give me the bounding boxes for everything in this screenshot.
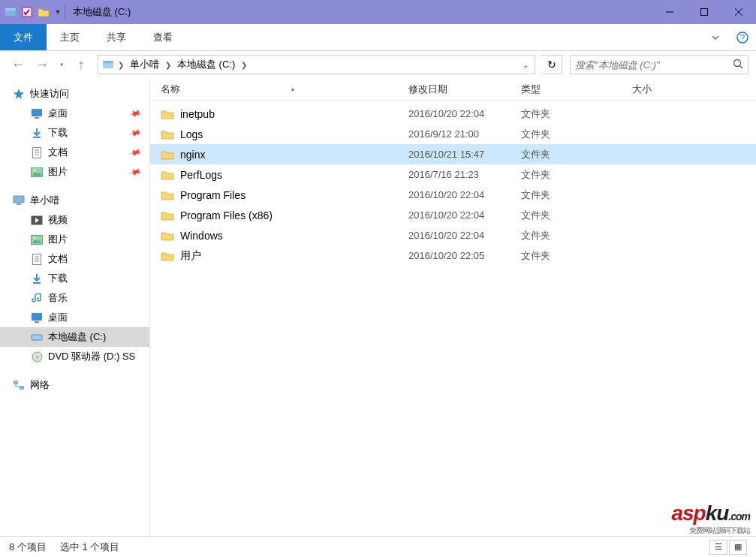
sidebar-item-label: 文档 (48, 146, 68, 159)
breadcrumb-drive[interactable]: 本地磁盘 (C:) (173, 56, 239, 74)
folder-icon (161, 210, 174, 221)
file-name: nginx (180, 149, 205, 161)
view-icons-button[interactable]: ▦ (729, 540, 747, 555)
file-row[interactable]: PerfLogs2016/7/16 21:23文件夹 (150, 164, 756, 185)
sidebar-item[interactable]: 视频 (0, 210, 149, 230)
search-icon[interactable] (733, 59, 743, 71)
back-button[interactable]: ← (8, 54, 29, 75)
sidebar-item-label: 视频 (48, 213, 68, 227)
qat-folder-icon[interactable] (38, 6, 50, 18)
file-row[interactable]: inetpub2016/10/20 22:04文件夹 (150, 104, 756, 124)
sidebar-item-label: 图片 (48, 165, 68, 179)
tab-home[interactable]: 主页 (47, 24, 93, 50)
sidebar-item-label: 单小唶 (30, 194, 59, 207)
file-row[interactable]: Program Files (x86)2016/10/20 22:04文件夹 (150, 205, 756, 225)
sidebar-network[interactable]: 网络 (0, 375, 149, 395)
close-button[interactable] (721, 0, 756, 24)
chevron-right-icon[interactable]: ❯ (116, 61, 125, 69)
file-row[interactable]: Windows2016/10/20 22:04文件夹 (150, 225, 756, 245)
svg-rect-9 (103, 63, 113, 68)
minimize-button[interactable] (652, 0, 687, 24)
svg-rect-1 (5, 8, 16, 11)
sidebar-item[interactable]: 图片📌 (0, 162, 149, 182)
search-input[interactable] (575, 59, 733, 71)
sidebar-item[interactable]: 文档📌 (0, 143, 149, 162)
column-date[interactable]: 修改日期 (408, 83, 521, 96)
sidebar-item-label: 图片 (48, 233, 68, 246)
chevron-right-icon[interactable]: ❯ (239, 61, 248, 69)
ribbon-expand-icon[interactable] (702, 24, 729, 50)
drive-icon (101, 58, 115, 71)
help-icon[interactable]: ? (729, 24, 756, 50)
svg-point-26 (34, 236, 36, 239)
column-type[interactable]: 类型 (521, 83, 632, 96)
main-area: 快速访问 桌面📌下载📌文档📌图片📌 单小唶 视频图片文档下载音乐桌面本地磁盘 (… (0, 78, 756, 536)
forward-button[interactable]: → (32, 54, 53, 75)
file-date: 2016/9/12 21:00 (408, 128, 521, 140)
item-icon (30, 146, 44, 159)
svg-rect-14 (35, 117, 39, 119)
file-type: 文件夹 (521, 209, 632, 222)
sidebar-item-label: 快速访问 (30, 87, 69, 101)
sidebar-item[interactable]: 桌面📌 (0, 104, 149, 123)
qat-properties-icon[interactable] (21, 6, 33, 18)
sidebar-item[interactable]: DVD 驱动器 (D:) SS (0, 347, 149, 366)
sidebar-item[interactable]: 下载📌 (0, 123, 149, 143)
search-box[interactable] (570, 55, 748, 74)
refresh-button[interactable]: ↻ (541, 55, 562, 74)
file-type: 文件夹 (521, 168, 632, 182)
sidebar: 快速访问 桌面📌下载📌文档📌图片📌 单小唶 视频图片文档下载音乐桌面本地磁盘 (… (0, 78, 150, 536)
column-name[interactable]: 名称▲ (161, 83, 408, 96)
file-name: Program Files (x86) (180, 209, 273, 221)
sidebar-this-pc[interactable]: 单小唶 (0, 191, 149, 210)
sidebar-quick-access[interactable]: 快速访问 (0, 84, 149, 104)
tab-share[interactable]: 共享 (93, 24, 140, 50)
chevron-right-icon[interactable]: ❯ (164, 61, 173, 69)
sort-indicator-icon: ▲ (290, 86, 296, 92)
app-icon (5, 6, 17, 18)
file-row[interactable]: Program Files2016/10/20 22:04文件夹 (150, 185, 756, 205)
pin-icon: 📌 (128, 126, 143, 140)
sidebar-item[interactable]: 桌面 (0, 308, 149, 327)
file-row[interactable]: Logs2016/9/12 21:00文件夹 (150, 124, 756, 144)
column-size[interactable]: 大小 (632, 83, 756, 96)
file-type: 文件夹 (521, 128, 632, 141)
file-date: 2016/10/20 22:04 (408, 230, 521, 241)
file-row[interactable]: 用户2016/10/20 22:05文件夹 (150, 245, 756, 266)
sidebar-item-label: 桌面 (48, 311, 68, 324)
view-details-button[interactable]: ☰ (709, 540, 727, 555)
file-date: 2016/10/20 22:04 (408, 189, 521, 200)
svg-rect-0 (5, 11, 16, 16)
file-date: 2016/10/20 22:04 (408, 209, 521, 221)
address-bar[interactable]: ❯ 单小唶 ❯ 本地磁盘 (C:) ❯ ⌄ (98, 55, 535, 74)
file-name: inetpub (180, 108, 215, 120)
watermark: aspku.com 免费网站源码下载站 (671, 501, 750, 536)
status-selected: 选中 1 个项目 (60, 540, 119, 554)
item-icon (30, 330, 44, 344)
breadcrumb-pc[interactable]: 单小唶 (125, 56, 164, 74)
sidebar-item-label: 文档 (48, 252, 68, 266)
star-icon (12, 87, 26, 101)
file-date: 2016/10/20 22:05 (408, 250, 521, 261)
svg-rect-4 (701, 9, 708, 16)
folder-icon (161, 170, 174, 180)
qat-dropdown-icon[interactable]: ▼ (54, 6, 62, 18)
sidebar-item[interactable]: 文档 (0, 249, 149, 269)
file-type: 文件夹 (521, 148, 632, 161)
svg-rect-34 (32, 335, 42, 340)
tab-view[interactable]: 查看 (140, 24, 186, 50)
sidebar-item[interactable]: 本地磁盘 (C:) (0, 327, 149, 347)
sidebar-item-label: DVD 驱动器 (D:) SS (48, 350, 135, 363)
sidebar-item[interactable]: 图片 (0, 230, 149, 249)
title-bar: ▼ 本地磁盘 (C:) (0, 0, 756, 24)
maximize-button[interactable] (687, 0, 721, 24)
file-type: 文件夹 (521, 188, 632, 202)
sidebar-item[interactable]: 下载 (0, 269, 149, 288)
address-dropdown-icon[interactable]: ⌄ (518, 61, 533, 69)
file-name: 用户 (180, 249, 201, 263)
history-dropdown-icon[interactable]: ▾ (56, 61, 68, 68)
file-row[interactable]: nginx2016/10/21 15:47文件夹 (150, 144, 756, 164)
up-button[interactable]: ↑ (71, 54, 92, 75)
sidebar-item[interactable]: 音乐 (0, 288, 149, 308)
tab-file[interactable]: 文件 (0, 24, 47, 50)
